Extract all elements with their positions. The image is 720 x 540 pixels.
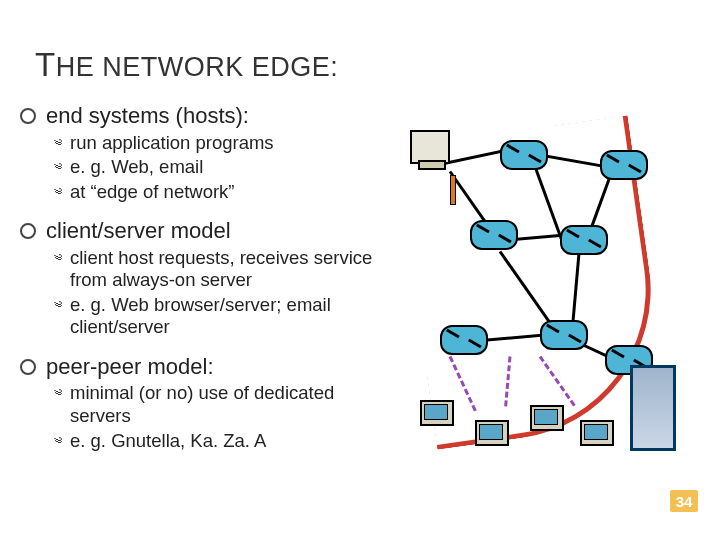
item-text: minimal (or no) use of dedicated servers — [70, 382, 380, 427]
swirl-bullet-icon: ༄ — [54, 159, 70, 176]
router-icon — [540, 320, 588, 350]
slide: THE NETWORK EDGE: end systems (hosts): ༄… — [0, 0, 720, 540]
heading-text: end systems (hosts): — [46, 102, 249, 130]
network-diagram — [380, 120, 680, 460]
laptop-icon — [475, 420, 509, 446]
list-item: ༄ at “edge of network” — [54, 181, 380, 204]
list-item: ༄ e. g. Gnutella, Ka. Za. A — [54, 430, 380, 453]
item-text: e. g. Gnutella, Ka. Za. A — [70, 430, 266, 453]
list-item: ༄ e. g. Web browser/server; email client… — [54, 294, 380, 339]
sublist: ༄ minimal (or no) use of dedicated serve… — [54, 382, 380, 452]
item-text: e. g. Web browser/server; email client/s… — [70, 294, 380, 339]
title-rest: NETWORK EDGE: — [94, 52, 338, 82]
swirl-bullet-icon: ༄ — [54, 297, 70, 314]
item-text: at “edge of network” — [70, 181, 235, 204]
content-column: end systems (hosts): ༄ run application p… — [20, 94, 380, 452]
section-heading: peer-peer model: — [20, 353, 380, 381]
list-item: ༄ client host requests, receives service… — [54, 247, 380, 292]
list-item: ༄ run application programs — [54, 132, 380, 155]
router-icon — [560, 225, 608, 255]
swirl-bullet-icon: ༄ — [54, 433, 70, 450]
swirl-bullet-icon: ༄ — [54, 184, 70, 201]
section-heading: end systems (hosts): — [20, 102, 380, 130]
item-text: run application programs — [70, 132, 274, 155]
laptop-icon — [580, 420, 614, 446]
router-icon — [470, 220, 518, 250]
section-heading: client/server model — [20, 217, 380, 245]
heading-text: client/server model — [46, 217, 231, 245]
desktop-host-icon — [410, 130, 450, 164]
router-icon — [440, 325, 488, 355]
item-text: client host requests, receives service f… — [70, 247, 380, 292]
title-cap: T — [35, 46, 56, 83]
hollow-bullet-icon — [20, 223, 36, 239]
list-item: ༄ minimal (or no) use of dedicated serve… — [54, 382, 380, 427]
hollow-bullet-icon — [20, 108, 36, 124]
sublist: ༄ client host requests, receives service… — [54, 247, 380, 339]
router-icon — [600, 150, 648, 180]
swirl-bullet-icon: ༄ — [54, 250, 70, 267]
laptop-icon — [420, 400, 454, 426]
heading-text: peer-peer model: — [46, 353, 214, 381]
page-number: 34 — [676, 493, 693, 510]
item-text: e. g. Web, email — [70, 156, 203, 179]
swirl-bullet-icon: ༄ — [54, 135, 70, 152]
swirl-bullet-icon: ༄ — [54, 385, 70, 402]
router-icon — [500, 140, 548, 170]
sublist: ༄ run application programs ༄ e. g. Web, … — [54, 132, 380, 204]
server-icon — [630, 365, 676, 451]
title-he: HE — [56, 52, 95, 82]
laptop-icon — [530, 405, 564, 431]
slide-title: THE NETWORK EDGE: — [35, 46, 338, 84]
host-cable-icon — [450, 175, 456, 205]
hollow-bullet-icon — [20, 359, 36, 375]
page-number-badge: 34 — [670, 490, 698, 512]
list-item: ༄ e. g. Web, email — [54, 156, 380, 179]
